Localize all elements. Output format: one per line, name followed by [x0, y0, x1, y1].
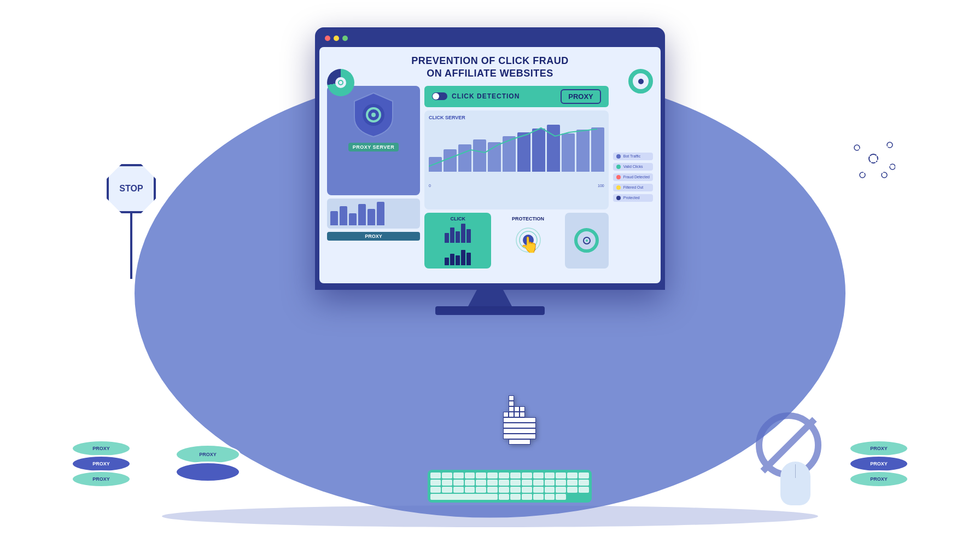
pie-inner — [335, 77, 346, 88]
cursor-svg — [498, 395, 536, 445]
protection-card: PROTECTION 👆 — [494, 213, 561, 269]
monitor-base — [435, 306, 545, 315]
dot-red — [325, 36, 330, 41]
chart-area: CLICK SERVER — [424, 110, 609, 209]
dot-green — [342, 36, 348, 41]
legend-dot-4 — [616, 185, 621, 190]
chart-title: CLICK SERVER — [429, 115, 604, 120]
pie-chart — [327, 69, 354, 96]
svg-text:👆: 👆 — [520, 236, 539, 254]
svg-rect-47 — [509, 440, 530, 444]
monitor-stand — [468, 290, 512, 306]
proxy-legs-near — [194, 483, 222, 494]
svg-rect-48 — [504, 412, 508, 417]
screen-body: PROXY SERVER PROXY — [327, 86, 653, 269]
svg-rect-41 — [520, 407, 524, 411]
chart-container — [429, 122, 604, 183]
proxy-legs-right — [865, 489, 893, 500]
status-card — [565, 213, 609, 269]
proxy-server-label: PROXY SERVER — [348, 143, 399, 151]
svg-rect-35 — [509, 396, 514, 400]
chart-line-svg — [429, 122, 604, 172]
monitor: PREVENTION OF CLICK FRAUD ON AFFILIATE W… — [315, 27, 665, 290]
svg-line-9 — [862, 159, 873, 175]
proxy-legs — [87, 489, 115, 500]
stop-octagon: STOP — [107, 164, 156, 213]
svg-rect-38 — [509, 412, 514, 417]
svg-rect-46 — [504, 434, 535, 439]
status-ring-svg — [581, 235, 592, 246]
shield-svg — [352, 90, 395, 139]
legend-list: Bot Traffic Valid Clicks Fraud Detected — [613, 86, 653, 269]
keyboard — [428, 470, 592, 503]
svg-rect-42 — [520, 412, 524, 417]
toggle-knob — [433, 93, 439, 100]
click-detection-text: CLICK DETECTION — [452, 92, 520, 100]
monitor-screen: PREVENTION OF CLICK FRAUD ON AFFILIATE W… — [319, 47, 661, 283]
deco-birds — [126, 109, 148, 122]
stop-sign: STOP — [107, 164, 156, 279]
shield-container — [352, 90, 395, 139]
svg-rect-40 — [515, 412, 519, 417]
click-detection-bar: CLICK DETECTION PROXY — [424, 86, 609, 107]
legend-dot-2 — [616, 165, 621, 169]
svg-point-11 — [339, 80, 343, 85]
right-area: CLICK DETECTION PROXY CLICK SERVER — [424, 86, 609, 269]
legend-item-5: Protected — [613, 194, 653, 202]
legend-item-3: Fraud Detected — [613, 173, 653, 181]
mouse-line — [795, 464, 796, 478]
shield-panel: PROXY SERVER — [327, 86, 420, 195]
monitor-wrapper: PREVENTION OF CLICK FRAUD ON AFFILIATE W… — [315, 27, 665, 315]
proxy-stack-left-near: PROXY — [175, 444, 241, 494]
legend-dot-3 — [616, 175, 621, 179]
floor — [162, 505, 818, 527]
protection-title: PROTECTION — [512, 216, 544, 221]
monitor-top-bar — [319, 32, 661, 45]
network-nodes — [851, 137, 895, 183]
svg-point-20 — [586, 240, 588, 242]
svg-rect-36 — [509, 401, 514, 406]
proxy-label-bottom: PROXY — [327, 232, 420, 241]
left-bar-chart — [327, 199, 420, 229]
dot-yellow — [334, 36, 339, 41]
click-card: CLICK — [424, 213, 491, 269]
gear-ring — [628, 69, 653, 94]
svg-line-6 — [857, 148, 873, 159]
bottom-row: CLICK — [424, 213, 609, 269]
svg-rect-43 — [504, 418, 535, 422]
legend-dot-1 — [616, 154, 621, 159]
svg-point-14 — [371, 113, 376, 117]
gear-inner-dot — [638, 79, 644, 84]
svg-rect-39 — [515, 407, 519, 411]
proxy-stack-right: PROXY PROXY PROXY — [849, 440, 909, 500]
legend-item-2: Valid Clicks — [613, 163, 653, 171]
cursor-hand — [498, 395, 536, 453]
scene: STOP PROXY PROXY PROXY PRO — [0, 0, 980, 560]
screen-title: PREVENTION OF CLICK FRAUD ON AFFILIATE W… — [327, 55, 653, 80]
toggle-switch[interactable] — [432, 92, 447, 100]
legend-item-1: Bot Traffic — [613, 153, 653, 160]
svg-rect-44 — [504, 423, 535, 428]
legend-item-4: Filtered Out — [613, 184, 653, 191]
mouse — [780, 462, 810, 505]
proxy-stack-left-far: PROXY PROXY PROXY — [71, 440, 131, 500]
svg-line-7 — [873, 145, 890, 159]
stop-text: STOP — [119, 184, 143, 194]
mini-bar-chart-left — [445, 224, 471, 243]
proxy-badge: PROXY — [561, 89, 601, 104]
left-panel: PROXY SERVER PROXY — [327, 86, 420, 269]
click-card-title: CLICK — [450, 216, 465, 221]
svg-rect-37 — [509, 407, 514, 411]
stop-pole — [130, 213, 132, 279]
legend-dot-5 — [616, 196, 621, 200]
status-ring — [574, 228, 599, 253]
svg-rect-45 — [504, 429, 535, 433]
chart-legend: 0 100 — [429, 184, 604, 188]
pointer-icon: 👆 — [515, 224, 542, 254]
mini-bar-chart-left2 — [445, 246, 471, 265]
